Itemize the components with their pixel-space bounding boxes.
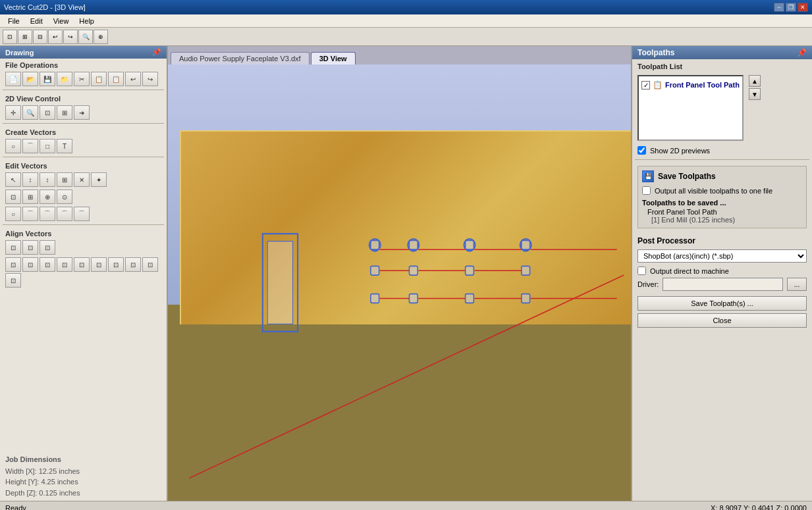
pin-icon[interactable]: 📌 — [152, 48, 161, 57]
post-processor-select[interactable]: ShopBot (arcs)(inch) (*.sbp) ShopBot (in… — [637, 249, 807, 263]
edit-tool-5[interactable]: ⌒ — [74, 207, 90, 221]
divider-1 — [3, 89, 164, 90]
paste-button[interactable]: 📋 — [108, 72, 124, 86]
toolbar-btn-1[interactable]: ⊡ — [3, 30, 17, 44]
align-a5[interactable]: ⊡ — [74, 257, 90, 272]
toolbar-btn-4[interactable]: ↩ — [48, 30, 63, 44]
pan-button[interactable]: ➜ — [74, 105, 90, 120]
edit-tool-2[interactable]: ⌒ — [22, 207, 38, 221]
show-2d-label: Show 2D previews — [650, 147, 710, 155]
zoom-window-button[interactable]: ⊡ — [40, 105, 55, 120]
height-dimension: Height [Y]: 4.25 inches — [5, 476, 161, 488]
rect-tool-button[interactable]: □ — [40, 139, 55, 153]
window-controls: − ❐ ✕ — [774, 3, 808, 12]
show-2d-previews-row: Show 2D previews — [632, 143, 812, 157]
polyline-button[interactable]: ○ — [5, 207, 21, 221]
restore-button[interactable]: ❐ — [786, 3, 796, 12]
offset-button[interactable]: ⊙ — [57, 190, 72, 204]
tab-bar: Audio Power Supply Faceplate V3.dxf 3D V… — [168, 46, 631, 64]
undo-button[interactable]: ↩ — [125, 72, 141, 86]
viewport[interactable] — [168, 64, 631, 501]
align-a6[interactable]: ⊡ — [91, 257, 107, 272]
align-a7[interactable]: ⊡ — [108, 257, 124, 272]
zoom-in-button[interactable]: 🔍 — [22, 105, 38, 120]
toolbar-btn-6[interactable]: 🔍 — [78, 30, 93, 44]
move-button[interactable]: ⊡ — [5, 190, 21, 204]
output-all-checkbox[interactable] — [642, 186, 651, 195]
menu-edit[interactable]: Edit — [25, 16, 48, 26]
status-bar: Ready X: 8.9097 Y: 0.4041 Z: 0.0000 — [0, 501, 812, 510]
canvas-area — [168, 64, 631, 501]
toolpath-list-title: Toolpath List — [632, 59, 812, 72]
output-direct-checkbox[interactable] — [637, 267, 646, 275]
save-toolpaths-button[interactable]: Save Toolpath(s) ... — [637, 296, 807, 311]
copy-button[interactable]: 📋 — [91, 72, 107, 86]
align-a3[interactable]: ⊡ — [40, 257, 55, 272]
transform-button[interactable]: ↕ — [40, 172, 55, 187]
toolpath-item-label[interactable]: Front Panel Tool Path — [665, 81, 740, 89]
close-window-button[interactable]: ✕ — [798, 3, 808, 12]
output-all-label: Output all visible toolpaths to one file — [655, 187, 772, 195]
align-a10[interactable]: ⊡ — [5, 273, 21, 288]
rotate-button[interactable]: ⊕ — [40, 190, 55, 204]
toolbar-btn-2[interactable]: ⊞ — [18, 30, 32, 44]
new-file-button[interactable]: 📄 — [5, 72, 21, 86]
menu-help[interactable]: Help — [74, 16, 99, 26]
delete-button[interactable]: ✕ — [74, 172, 90, 187]
open-folder-button[interactable]: 📁 — [57, 72, 72, 86]
arc-tool-button[interactable]: ⌒ — [22, 139, 38, 153]
close-panel-button[interactable]: Close — [637, 313, 807, 328]
edit-tool-3[interactable]: ⌒ — [40, 207, 55, 221]
group-button[interactable]: ⊞ — [57, 172, 72, 187]
zoom-extents-button[interactable]: ✛ — [5, 105, 21, 120]
toolpath-list-box: ✓ 📋 Front Panel Tool Path — [637, 75, 744, 141]
redo-button[interactable]: ↪ — [142, 72, 158, 86]
file-operations-toolbar: 📄 📂 💾 📁 ✂ 📋 📋 ↩ ↪ — [0, 70, 167, 88]
tab-3dview[interactable]: 3D View — [311, 52, 356, 64]
align-vectors-toolbar-2: ⊡ ⊡ ⊡ ⊡ ⊡ ⊡ ⊡ ⊡ ⊡ ⊡ — [0, 256, 167, 289]
align-a1[interactable]: ⊡ — [5, 257, 21, 272]
align-left-button[interactable]: ⊡ — [5, 240, 21, 255]
to-save-title: Toolpaths to be saved ... — [642, 199, 802, 207]
toolpaths-title: Toolpaths — [637, 48, 674, 57]
menu-view[interactable]: View — [48, 16, 74, 26]
save-section-header: 💾 Save Toolpaths — [642, 170, 802, 182]
driver-row: Driver: ... — [637, 278, 807, 291]
align-a4[interactable]: ⊡ — [57, 257, 72, 272]
scroll-up-button[interactable]: ▲ — [749, 75, 761, 87]
show-2d-checkbox[interactable] — [637, 146, 646, 155]
circle-tool-button[interactable]: ○ — [5, 139, 21, 153]
menu-bar: File Edit View Help — [0, 14, 812, 28]
drawing-title: Drawing — [5, 49, 34, 57]
minimize-button[interactable]: − — [774, 3, 784, 12]
edit-tool-4[interactable]: ⌒ — [57, 207, 72, 221]
align-a2[interactable]: ⊡ — [22, 257, 38, 272]
cut-button[interactable]: ✂ — [74, 72, 90, 86]
output-direct-label: Output direct to machine — [650, 267, 729, 275]
scroll-down-button[interactable]: ▼ — [749, 88, 761, 100]
toolbar-btn-3[interactable]: ⊟ — [33, 30, 47, 44]
align-a9[interactable]: ⊡ — [142, 257, 158, 272]
toolbar-btn-5[interactable]: ↪ — [63, 30, 78, 44]
toolbar-btn-7[interactable]: ⊕ — [94, 30, 108, 44]
floor-background — [168, 305, 631, 501]
align-right-button[interactable]: ⊡ — [40, 240, 55, 255]
edit-vectors-toolbar-1: ↖ ↕ ↕ ⊞ ✕ ✦ — [0, 171, 167, 188]
open-file-button[interactable]: 📂 — [22, 72, 38, 86]
driver-browse-button[interactable]: ... — [787, 278, 807, 291]
text-tool-button[interactable]: T — [57, 139, 72, 153]
align-center-h-button[interactable]: ⊡ — [22, 240, 38, 255]
driver-input[interactable] — [663, 278, 783, 291]
select-tool-button[interactable]: ↖ — [5, 172, 21, 187]
zoom-selected-button[interactable]: ⊞ — [57, 105, 72, 120]
title-bar: Vectric Cut2D - [3D View] − ❐ ✕ — [0, 0, 812, 14]
tab-dxf[interactable]: Audio Power Supply Faceplate V3.dxf — [171, 52, 310, 64]
menu-file[interactable]: File — [3, 16, 25, 26]
scale-button[interactable]: ⊞ — [22, 190, 38, 204]
secondary-toolbar: ⊡ ⊞ ⊟ ↩ ↪ 🔍 ⊕ — [0, 28, 812, 46]
node-edit-button[interactable]: ↕ — [22, 172, 38, 187]
align-a8[interactable]: ⊡ — [125, 257, 141, 272]
toolpath-checkbox-1[interactable]: ✓ — [641, 81, 650, 89]
mirror-button[interactable]: ✦ — [91, 172, 107, 187]
save-file-button[interactable]: 💾 — [40, 72, 55, 86]
